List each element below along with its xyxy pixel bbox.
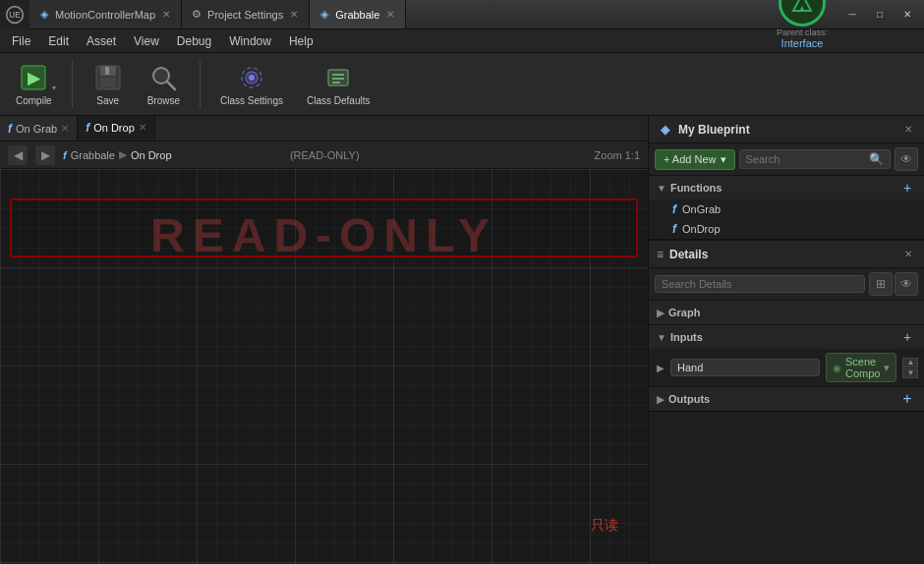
- menu-asset[interactable]: Asset: [79, 32, 124, 50]
- tab-motioncontrollermap[interactable]: ◈ MotionControllerMap ✕: [29, 0, 182, 28]
- func-tab-on-grab[interactable]: f On Grab ✕: [0, 116, 78, 141]
- details-eye-button[interactable]: 👁: [895, 272, 918, 296]
- parent-class-circle: ▲: [779, 0, 826, 27]
- save-button[interactable]: Save: [85, 58, 132, 110]
- details-close-button[interactable]: ✕: [900, 247, 916, 262]
- func-tabs: f On Grab ✕ f On Drop ✕: [0, 116, 648, 141]
- functions-add-button[interactable]: +: [898, 179, 916, 197]
- input-order-arrows: ▲ ▼: [902, 358, 918, 378]
- add-new-label: + Add New: [664, 153, 717, 165]
- inputs-label: Inputs: [670, 331, 703, 343]
- class-defaults-button[interactable]: Class Defaults: [299, 58, 377, 110]
- close-button[interactable]: ✕: [895, 2, 920, 28]
- svg-text:▲: ▲: [799, 4, 806, 11]
- tab-close-grabbale[interactable]: ✕: [383, 8, 397, 22]
- class-settings-label: Class Settings: [220, 95, 283, 106]
- parent-class-area: ▲ Parent class: Interface: [765, 0, 839, 51]
- menu-help[interactable]: Help: [281, 32, 321, 50]
- minimize-button[interactable]: ─: [839, 2, 865, 28]
- inputs-add-button[interactable]: +: [898, 328, 916, 346]
- details-inputs-header[interactable]: ▼ Inputs +: [649, 325, 924, 349]
- blueprint-view-button[interactable]: 👁: [895, 147, 918, 171]
- right-panel: ◈ My Blueprint ✕ + Add New ▾ 🔍 👁: [649, 116, 924, 564]
- add-new-button[interactable]: + Add New ▾: [655, 149, 735, 170]
- class-defaults-label: Class Defaults: [307, 95, 370, 106]
- input-name-field[interactable]: [670, 359, 820, 376]
- menu-window[interactable]: Window: [221, 32, 279, 50]
- browse-label: Browse: [147, 95, 180, 106]
- outputs-add-button[interactable]: +: [898, 390, 916, 408]
- func-tab-on-drop[interactable]: f On Drop ✕: [78, 116, 155, 141]
- details-inputs-section: ▼ Inputs + ▶ ◉ Scene Compo ▾ ▲ ▼: [649, 325, 924, 387]
- blueprint-icon: ◈: [657, 122, 672, 138]
- svg-line-11: [167, 82, 175, 89]
- func-tab-on-grab-label: On Grab: [16, 123, 57, 135]
- ue-logo: UE: [0, 0, 29, 29]
- save-icon: [92, 62, 124, 93]
- input-expand-icon[interactable]: ▶: [657, 360, 664, 375]
- graph-section-label: Graph: [668, 307, 700, 318]
- bp-func-ongrab[interactable]: f OnGrab: [649, 199, 924, 219]
- outputs-arrow-icon: ▶: [657, 394, 664, 405]
- input-type-button[interactable]: ◉ Scene Compo ▾: [826, 353, 896, 382]
- tab-grabbale[interactable]: ◈ Grabbale ✕: [310, 0, 406, 28]
- input-type-arrow: ▾: [884, 362, 890, 374]
- blueprint-search-box[interactable]: 🔍: [739, 149, 891, 169]
- menu-view[interactable]: View: [126, 32, 167, 50]
- func-ongrab-label: OnGrab: [682, 203, 721, 215]
- input-row-hand: ▶ ◉ Scene Compo ▾ ▲ ▼: [649, 349, 924, 386]
- class-settings-icon: [236, 62, 267, 93]
- compile-arrow: ▾: [52, 84, 56, 92]
- chinese-readonly-text: 只读: [591, 517, 618, 535]
- input-type-label: Scene Compo: [845, 356, 880, 379]
- details-outputs-title: ▶ Outputs: [657, 393, 710, 405]
- svg-rect-8: [100, 78, 116, 87]
- svg-text:▶: ▶: [28, 70, 41, 86]
- func-f-icon: f: [8, 122, 12, 136]
- input-move-up-button[interactable]: ▲: [902, 358, 918, 367]
- browse-button[interactable]: Browse: [140, 58, 188, 110]
- bp-icon: ◈: [37, 8, 51, 22]
- details-outputs-section: ▶ Outputs +: [649, 387, 924, 412]
- details-graph-header[interactable]: ▶ Graph: [649, 301, 924, 324]
- my-blueprint-toolbar: + Add New ▾ 🔍 👁: [649, 143, 924, 176]
- add-new-arrow-icon: ▾: [721, 153, 726, 166]
- details-outputs-header[interactable]: ▶ Outputs +: [649, 387, 924, 411]
- left-panel: f On Grab ✕ f On Drop ✕ ◀ ▶ f Grabbale ▶…: [0, 116, 649, 564]
- nav-back-button[interactable]: ◀: [8, 145, 28, 165]
- svg-text:UE: UE: [9, 10, 21, 20]
- menu-file[interactable]: File: [4, 32, 38, 50]
- details-search-input[interactable]: [655, 275, 865, 293]
- tab-close-motioncontrollermap[interactable]: ✕: [159, 8, 173, 22]
- zoom-label: Zoom 1:1: [595, 149, 640, 161]
- graph-section-arrow-icon: ▶: [657, 308, 664, 318]
- tab-projectsettings[interactable]: ⚙ Project Settings ✕: [182, 0, 310, 28]
- tab-bar: ◈ MotionControllerMap ✕ ⚙ Project Settin…: [29, 0, 765, 28]
- my-blueprint-title: ◈ My Blueprint: [657, 122, 750, 138]
- func-tab-on-grab-close[interactable]: ✕: [61, 123, 69, 134]
- compile-button[interactable]: ▶ Compile ▾: [8, 58, 60, 110]
- tab-close-projectsettings[interactable]: ✕: [287, 8, 301, 22]
- blueprint-search-input[interactable]: [746, 153, 869, 165]
- bp-icon-active: ◈: [318, 8, 331, 22]
- details-search-area: ⊞ 👁: [649, 268, 924, 301]
- func-tab-on-drop-close[interactable]: ✕: [139, 122, 146, 133]
- menu-edit[interactable]: Edit: [40, 32, 77, 50]
- input-move-down-button[interactable]: ▼: [902, 368, 918, 378]
- class-settings-button[interactable]: Class Settings: [212, 58, 291, 110]
- breadcrumb-f-icon: f: [63, 149, 67, 161]
- maximize-button[interactable]: □: [867, 2, 893, 28]
- functions-label: Functions: [670, 182, 722, 194]
- details-graph-title: ▶ Graph: [657, 307, 700, 318]
- bp-func-ondrop[interactable]: f OnDrop: [649, 219, 924, 239]
- graph-canvas[interactable]: READ-ONLY 只读: [0, 169, 648, 564]
- func-f-ongrab: f: [672, 202, 676, 216]
- bp-functions-header[interactable]: ▼ Functions +: [649, 176, 924, 199]
- details-icon: ≡: [657, 248, 664, 261]
- details-grid-view-button[interactable]: ⊞: [869, 272, 893, 296]
- my-blueprint-close[interactable]: ✕: [900, 122, 916, 138]
- func-ondrop-label: OnDrop: [682, 223, 721, 235]
- menu-debug[interactable]: Debug: [169, 32, 219, 50]
- nav-forward-button[interactable]: ▶: [35, 145, 55, 165]
- details-panel-header: ≡ Details ✕: [649, 241, 924, 268]
